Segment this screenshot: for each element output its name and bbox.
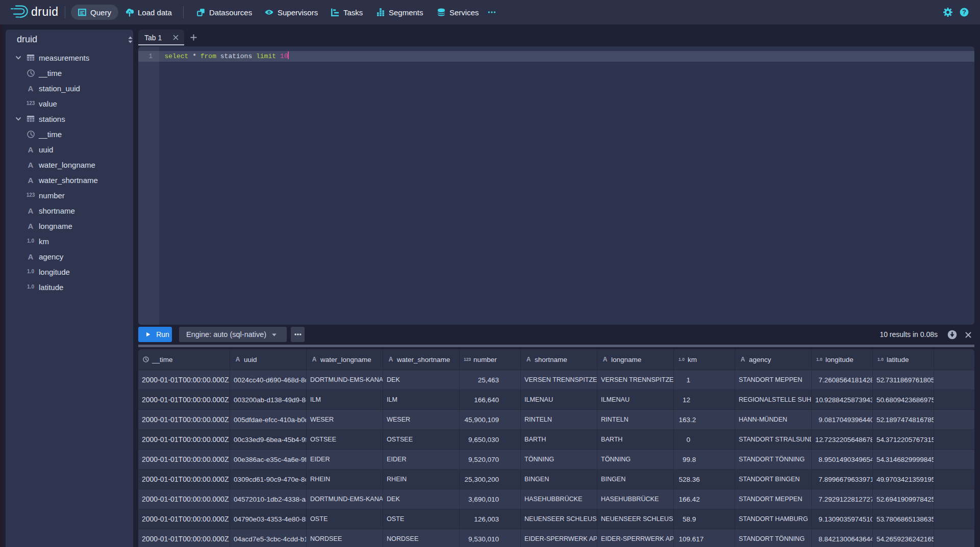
- svg-text:?: ?: [962, 8, 966, 16]
